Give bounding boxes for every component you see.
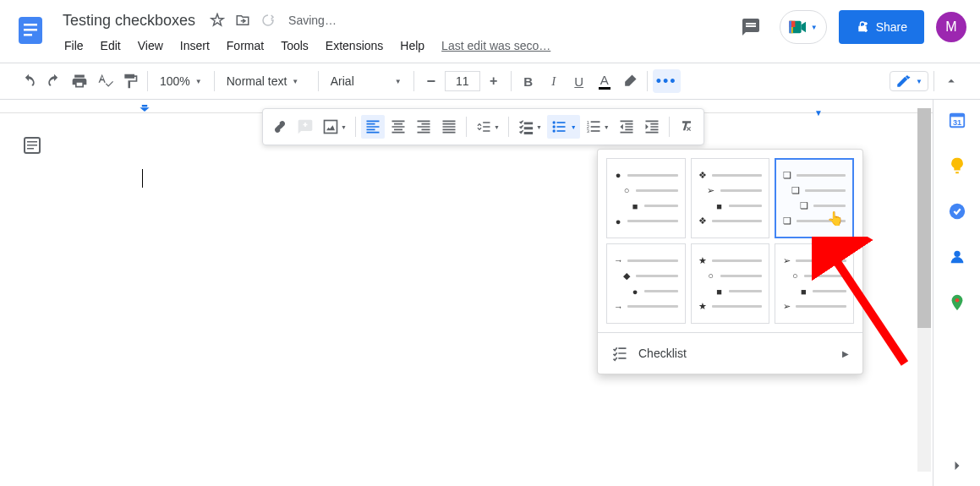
maps-icon[interactable] bbox=[947, 292, 967, 313]
numbered-list-button[interactable]: 123▼ bbox=[582, 115, 613, 139]
spellcheck-button[interactable] bbox=[93, 69, 117, 93]
svg-rect-20 bbox=[590, 126, 599, 128]
align-center-button[interactable] bbox=[386, 115, 410, 139]
ruler-tab-icon[interactable]: ▼ bbox=[814, 108, 823, 117]
star-icon[interactable] bbox=[209, 12, 226, 29]
highlight-button[interactable] bbox=[618, 69, 642, 93]
svg-point-32 bbox=[955, 298, 959, 303]
tasks-icon[interactable] bbox=[947, 201, 967, 221]
font-size-decrease[interactable]: − bbox=[419, 69, 443, 93]
style-select[interactable]: Normal text▼ bbox=[220, 69, 313, 93]
submenu-arrow-icon: ▶ bbox=[842, 349, 849, 358]
decrease-indent-button[interactable] bbox=[615, 115, 638, 139]
menu-tools[interactable]: Tools bbox=[274, 35, 315, 56]
side-panel-collapse-icon[interactable] bbox=[947, 456, 967, 476]
print-button[interactable] bbox=[68, 69, 91, 93]
checklist-icon bbox=[611, 345, 628, 362]
calendar-icon[interactable]: 31 bbox=[947, 110, 967, 130]
insert-image-button[interactable]: ▼ bbox=[319, 115, 350, 139]
bullet-style-6[interactable]: ➢ ○ ■ ➢ bbox=[775, 243, 854, 324]
menu-insert[interactable]: Insert bbox=[173, 35, 216, 56]
svg-rect-24 bbox=[27, 141, 37, 143]
add-comment-button[interactable] bbox=[293, 115, 317, 139]
menubar: File Edit View Insert Format Tools Exten… bbox=[57, 34, 734, 57]
align-right-button[interactable] bbox=[412, 115, 435, 139]
font-size-increase[interactable]: + bbox=[482, 69, 506, 93]
svg-text:31: 31 bbox=[952, 118, 961, 127]
separator bbox=[511, 71, 512, 91]
checklist-menu-item[interactable]: Checklist ▶ bbox=[598, 332, 862, 374]
checklist-button[interactable]: ▼ bbox=[514, 115, 545, 139]
paint-format-button[interactable] bbox=[118, 69, 142, 93]
bullet-style-5[interactable]: ★ ○ ■ ★ bbox=[691, 243, 770, 324]
svg-rect-7 bbox=[789, 21, 791, 33]
svg-rect-21 bbox=[590, 130, 599, 132]
bullet-style-3[interactable]: ❏ ❏ ❏ ❏ 👆 bbox=[775, 158, 854, 238]
text-color-button[interactable]: A bbox=[593, 69, 616, 93]
separator bbox=[214, 71, 215, 91]
zoom-select[interactable]: 100%▼ bbox=[153, 69, 209, 93]
scrollbar[interactable] bbox=[917, 108, 931, 472]
align-justify-button[interactable] bbox=[437, 115, 461, 139]
indent-marker-icon[interactable] bbox=[139, 105, 151, 112]
comments-icon[interactable] bbox=[734, 10, 768, 44]
insert-link-button[interactable] bbox=[268, 115, 292, 139]
menu-view[interactable]: View bbox=[131, 35, 170, 56]
toolbar-more-button[interactable]: ••• bbox=[653, 69, 681, 93]
menu-extensions[interactable]: Extensions bbox=[319, 35, 390, 56]
outline-toggle-icon[interactable] bbox=[22, 135, 42, 156]
document-title[interactable]: Testing checkboxes bbox=[57, 10, 200, 31]
bullet-style-2[interactable]: ❖ ➢ ■ ❖ bbox=[691, 158, 770, 238]
saving-status: Saving… bbox=[288, 14, 337, 27]
align-left-real[interactable] bbox=[361, 115, 385, 139]
increase-indent-button[interactable] bbox=[640, 115, 664, 139]
last-edit-link[interactable]: Last edit was seco… bbox=[441, 39, 550, 52]
separator bbox=[413, 71, 414, 91]
undo-button[interactable] bbox=[17, 69, 41, 93]
redo-button[interactable] bbox=[42, 69, 66, 93]
bulleted-list-button[interactable]: ▼ bbox=[547, 115, 580, 139]
clear-formatting-button[interactable] bbox=[675, 115, 698, 139]
contacts-icon[interactable] bbox=[947, 247, 967, 267]
text-cursor bbox=[142, 169, 143, 188]
hide-menus-button[interactable] bbox=[939, 69, 963, 93]
move-icon[interactable] bbox=[234, 12, 251, 29]
font-select[interactable]: Arial▼ bbox=[324, 69, 408, 93]
svg-rect-3 bbox=[24, 34, 32, 36]
separator bbox=[508, 117, 509, 137]
font-size-input[interactable]: 11 bbox=[445, 71, 480, 91]
svg-rect-26 bbox=[27, 148, 34, 150]
svg-point-11 bbox=[552, 125, 555, 128]
line-spacing-button[interactable]: ▼ bbox=[472, 115, 503, 139]
account-avatar[interactable]: M bbox=[936, 12, 966, 42]
menu-file[interactable]: File bbox=[57, 35, 90, 56]
separator bbox=[933, 71, 934, 91]
separator bbox=[669, 117, 670, 137]
checklist-label: Checklist bbox=[638, 347, 687, 360]
bold-button[interactable]: B bbox=[517, 69, 540, 93]
scrollbar-thumb[interactable] bbox=[917, 108, 931, 328]
svg-point-10 bbox=[552, 121, 555, 123]
svg-rect-13 bbox=[556, 122, 565, 123]
separator bbox=[355, 117, 356, 137]
svg-rect-9 bbox=[325, 121, 337, 134]
docs-home-icon[interactable] bbox=[14, 10, 47, 51]
svg-rect-15 bbox=[556, 130, 565, 132]
menu-format[interactable]: Format bbox=[220, 35, 271, 56]
menu-help[interactable]: Help bbox=[393, 35, 431, 56]
meet-button[interactable]: ▼ bbox=[780, 10, 827, 44]
bullet-style-1[interactable]: ● ○ ■ ● bbox=[606, 158, 686, 238]
separator bbox=[147, 71, 148, 91]
svg-point-31 bbox=[954, 251, 960, 257]
bullet-style-4[interactable]: → ◆ ● → bbox=[606, 243, 686, 324]
editing-mode-button[interactable]: ▼ bbox=[890, 71, 928, 91]
bullet-style-popup: ● ○ ■ ● ❖ ➢ ■ ❖ ❏ ❏ ❏ ❏ 👆 → ◆ ● → ★ ○ ■ bbox=[597, 149, 863, 374]
share-button[interactable]: Share bbox=[839, 10, 924, 44]
separator bbox=[647, 71, 648, 91]
cursor-pointer-icon: 👆 bbox=[827, 210, 844, 227]
underline-button[interactable]: U bbox=[567, 69, 591, 93]
keep-icon[interactable] bbox=[947, 156, 967, 176]
italic-button[interactable]: I bbox=[542, 69, 566, 93]
svg-rect-22 bbox=[142, 105, 147, 106]
menu-edit[interactable]: Edit bbox=[94, 35, 128, 56]
